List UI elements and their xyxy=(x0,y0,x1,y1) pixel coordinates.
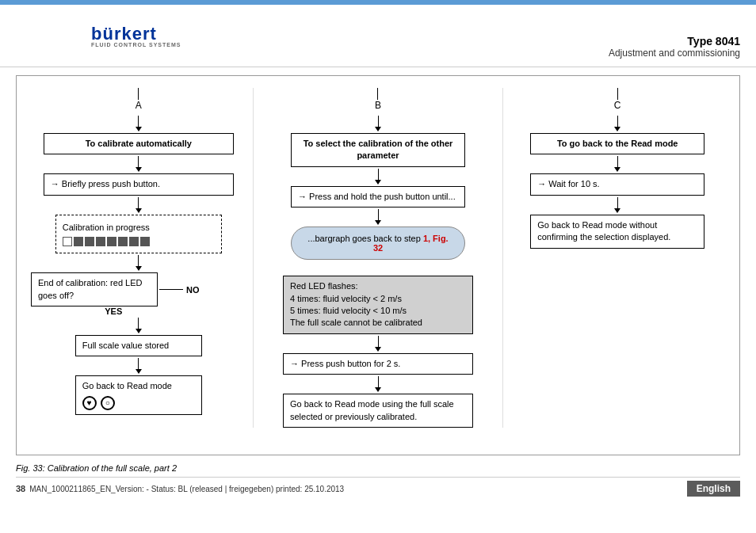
burkert-logo-svg: bürkert FLUID CONTROL SYSTEMS xyxy=(87,17,182,49)
svg-text:bürkert: bürkert xyxy=(91,24,157,44)
arrow-c3 xyxy=(614,197,620,213)
arrow-c1 xyxy=(614,116,620,131)
main-content: A To calibrate automatically xyxy=(0,67,756,508)
box-press-push-2s: → Press push button for 2 s. xyxy=(283,353,473,375)
arrow-a6 xyxy=(136,358,142,374)
arrow-a2 xyxy=(136,156,142,172)
arrow-c2 xyxy=(614,156,620,172)
column-c: C To go back to the Read mode xyxy=(502,88,731,428)
col-b-letter: B xyxy=(375,100,381,111)
col-a-letter: A xyxy=(136,100,142,111)
no-label: NO xyxy=(186,285,200,295)
red-led-line3: The full scale cannot be calibrated xyxy=(290,317,466,329)
diagram-box: A To calibrate automatically xyxy=(16,75,740,455)
arrow-a4 xyxy=(136,255,142,271)
box-go-back-noconfirm: Go back to Read mode without confirming … xyxy=(530,215,704,249)
box-calibration-progress: Calibration in progress xyxy=(55,215,222,253)
arrow-b1 xyxy=(375,116,381,131)
no-branch: NO xyxy=(159,285,203,295)
arrow-a5 xyxy=(136,318,142,333)
column-a: A To calibrate automatically xyxy=(25,88,253,428)
arrow-a3 xyxy=(136,197,142,213)
icon-row: ♥ ○ xyxy=(82,396,195,410)
logo: bürkert FLUID CONTROL SYSTEMS xyxy=(87,17,182,49)
end-calibration-row: End of calibration: red LED goes off? NO xyxy=(31,272,246,306)
progress-bar-visual xyxy=(63,237,215,246)
go-back-title: Go back to Read mode xyxy=(82,380,195,392)
red-led-line1: 4 times: fluid velocity < 2 m/s xyxy=(290,293,466,305)
footer-text: MAN_1000211865_EN_Version: - Status: BL … xyxy=(29,485,678,493)
box-briefly-press: → Briefly press push button. xyxy=(44,173,234,195)
circle-icon: ○ xyxy=(101,396,115,410)
heart-icon: ♥ xyxy=(82,396,97,410)
box-full-scale-stored: Full scale value stored xyxy=(75,335,202,356)
col-c-letter: C xyxy=(614,100,621,111)
footer: 38 MAN_1000211865_EN_Version: - Status: … xyxy=(16,477,740,500)
fig-caption: Fig. 33: Calibration of the full scale, … xyxy=(16,463,740,473)
arrow-b5 xyxy=(375,376,381,392)
ellipse-bargraph: ...bargraph goes back to step 1, Fig. 32 xyxy=(291,227,465,260)
box-red-led: Red LED flashes: 4 times: fluid velocity… xyxy=(283,276,473,334)
box-press-hold: → Press and hold the push button until..… xyxy=(291,186,465,207)
arrow-b3 xyxy=(375,209,381,225)
box-go-back-read: Go back to Read mode ♥ ○ xyxy=(75,375,202,414)
box-end-calibration: End of calibration: red LED goes off? xyxy=(31,272,158,306)
red-led-title: Red LED flashes: xyxy=(290,280,466,292)
language-badge: English xyxy=(687,481,740,497)
yes-label: YES xyxy=(105,306,122,316)
arrow-a1 xyxy=(136,116,142,131)
page-header: bürkert FLUID CONTROL SYSTEMS Type 8041 … xyxy=(0,0,756,67)
page-number: 38 xyxy=(16,484,25,493)
logo-text: bürkert FLUID CONTROL SYSTEMS xyxy=(87,17,182,49)
doc-subtitle: Adjustment and commissioning xyxy=(285,48,740,59)
red-led-line2: 5 times: fluid velocity < 10 m/s xyxy=(290,305,466,317)
header-doc-info: Type 8041 Adjustment and commissioning xyxy=(269,0,756,67)
box-select-calibration: To select the calibration of the other p… xyxy=(291,133,465,167)
box-calibrate-auto: To calibrate automatically xyxy=(44,133,234,154)
yes-branch: YES xyxy=(75,306,202,316)
box-go-back-fullscale: Go back to Read mode using the full scal… xyxy=(283,394,473,428)
doc-type: Type 8041 xyxy=(285,35,740,48)
arrow-b4 xyxy=(375,336,381,352)
svg-text:FLUID CONTROL SYSTEMS: FLUID CONTROL SYSTEMS xyxy=(91,42,181,48)
header-logo-section: bürkert FLUID CONTROL SYSTEMS xyxy=(0,0,269,67)
arrow-b2 xyxy=(375,169,381,185)
box-wait-10s: → Wait for 10 s. xyxy=(530,173,704,195)
column-b: B To select the calibration of the other… xyxy=(253,88,503,428)
box-go-back-read-c: To go back to the Read mode xyxy=(530,133,704,154)
